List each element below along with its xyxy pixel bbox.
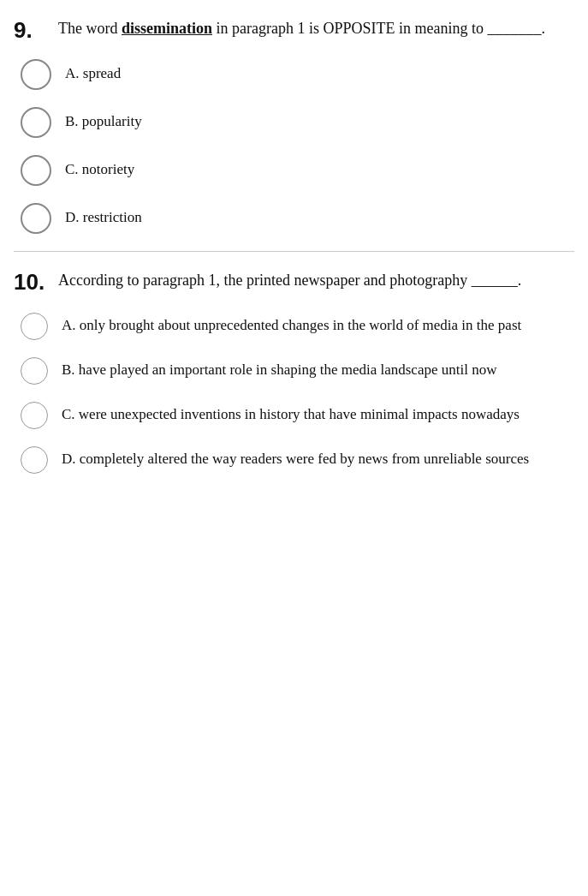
question-9-header: 9. The word dissemination in paragraph 1…	[14, 17, 567, 44]
option-9-d-label: D. restriction	[65, 201, 142, 229]
radio-9-a[interactable]	[21, 59, 51, 90]
option-9-b-label: B. popularity	[65, 105, 142, 133]
question-10-header: 10. According to paragraph 1, the printe…	[14, 269, 567, 296]
radio-9-d[interactable]	[21, 203, 51, 234]
radio-9-b[interactable]	[21, 107, 51, 138]
question-9-number: 9.	[14, 17, 58, 44]
keyword-dissemination: dissemination	[122, 20, 212, 37]
question-9-text: The word dissemination in paragraph 1 is…	[58, 17, 545, 41]
option-10-c[interactable]: C. were unexpected inventions in history…	[21, 398, 567, 429]
option-9-a[interactable]: A. spread	[21, 57, 567, 90]
question-9-block: 9. The word dissemination in paragraph 1…	[0, 9, 588, 251]
option-9-c[interactable]: C. notoriety	[21, 153, 567, 186]
option-10-b-label: B. have played an important role in shap…	[62, 354, 496, 381]
question-10-number: 10.	[14, 269, 58, 296]
option-10-c-label: C. were unexpected inventions in history…	[62, 398, 520, 426]
option-9-c-label: C. notoriety	[65, 153, 134, 181]
radio-9-c[interactable]	[21, 155, 51, 186]
radio-10-a[interactable]	[21, 313, 48, 340]
option-10-d[interactable]: D. completely altered the way readers we…	[21, 443, 567, 474]
question-10-text: According to paragraph 1, the printed ne…	[58, 269, 521, 293]
option-9-b[interactable]: B. popularity	[21, 105, 567, 138]
option-9-a-label: A. spread	[65, 57, 121, 85]
radio-10-d[interactable]	[21, 446, 48, 474]
page-container: 9. The word dissemination in paragraph 1…	[0, 0, 588, 896]
radio-10-c[interactable]	[21, 402, 48, 429]
option-10-a-label: A. only brought about unprecedented chan…	[62, 309, 521, 337]
option-10-d-label: D. completely altered the way readers we…	[62, 443, 529, 470]
radio-10-b[interactable]	[21, 357, 48, 385]
question-9-options: A. spread B. popularity C. notoriety D. …	[21, 57, 567, 234]
question-10-block: 10. According to paragraph 1, the printe…	[0, 252, 588, 508]
option-10-b[interactable]: B. have played an important role in shap…	[21, 354, 567, 385]
option-10-a[interactable]: A. only brought about unprecedented chan…	[21, 309, 567, 340]
question-10-options: A. only brought about unprecedented chan…	[21, 309, 567, 474]
option-9-d[interactable]: D. restriction	[21, 201, 567, 234]
